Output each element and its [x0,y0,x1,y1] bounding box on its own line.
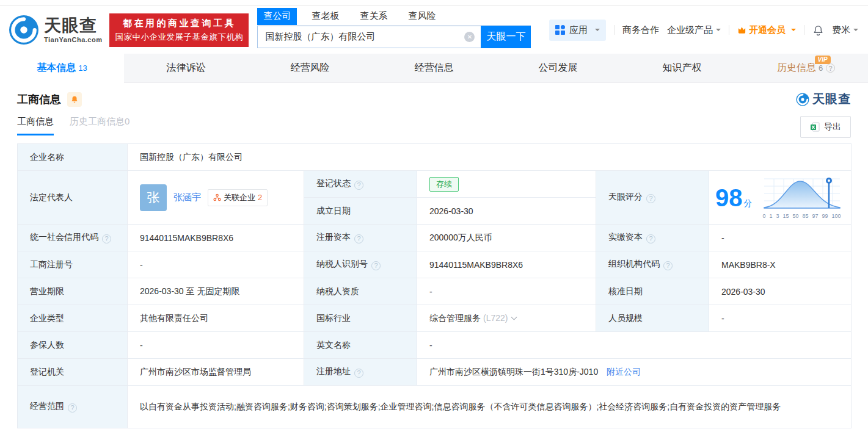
open-vip-label: 开通会员 [749,24,786,36]
term-label: 营业期限 [18,278,128,305]
nav-divider [614,25,615,35]
registry-value: 广州市南沙区市场监督管理局 [128,359,304,386]
company-name-label: 企业名称 [18,144,128,171]
establish-date-value: 2026-03-30 [417,198,596,225]
insured-num-value: - [128,332,304,359]
reg-status-label: 登记状态 [304,171,417,198]
help-icon[interactable] [646,234,655,243]
tab-company-development[interactable]: 公司发展 [496,54,620,82]
tab-label: 经营信息 [415,62,454,74]
approve-date-value: 2026-03-30 [709,278,852,305]
legal-rep-avatar[interactable]: 张 [140,184,167,211]
table-row: 企业名称 国新控股（广东）有限公司 [18,144,852,171]
staff-size-label: 人员规模 [596,305,709,332]
table-row: 企业类型 其他有限责任公司 国标行业 综合管理服务(L722) 人员规模 - [18,305,852,332]
apps-grid-icon [555,25,565,35]
excel-icon [810,122,820,132]
legal-rep-link[interactable]: 张涵宇 [173,192,201,203]
registration-info-table: 企业名称 国新控股（广东）有限公司 法定代表人 张 张涵宇 关联企业 2 登记状… [17,143,852,428]
score-distribution-chart: 0131550859799100 [762,176,842,219]
search-tab-boss[interactable]: 查老板 [305,8,345,25]
search-tab-relation[interactable]: 查关系 [354,8,393,25]
reg-capital-value: 200000万人民币 [417,225,596,251]
registry-label: 登记机关 [18,359,128,386]
tab-label: 公司发展 [539,62,578,74]
tab-basic-info[interactable]: 基本信息 13 [0,54,124,83]
address-text: 广州市南沙区横沥镇明珠一街1号310房-J010 [429,367,598,377]
search-tab-company[interactable]: 查公司 [257,8,297,25]
open-vip-link[interactable]: 开通会员 [737,24,796,36]
user-menu[interactable]: 费米 [832,24,858,36]
related-companies-badge[interactable]: 关联企业 2 [208,189,268,206]
search-button[interactable]: 天眼一下 [481,26,531,48]
top-divider [0,0,868,6]
tab-count: 13 [78,63,87,73]
logo-text: 天眼查 TianYanCha.com [44,17,102,43]
help-icon[interactable] [354,181,363,190]
org-code-value: MAKB9BR8-X [709,251,852,278]
reg-status-value: 存续 [417,171,596,198]
label-text: 实缴资本 [608,232,643,242]
tianyancha-swirl-icon [9,15,39,45]
taxpayer-quality-value: - [417,278,596,305]
subtab-history-registration[interactable]: 历史工商信息0 [70,116,129,135]
search-input[interactable] [257,26,481,48]
nearby-companies-link[interactable]: 附近公司 [607,367,641,377]
export-label: 导出 [824,121,841,132]
tab-operating-risk[interactable]: 经营风险 [248,54,372,82]
label-text: 注册资本 [316,232,351,242]
org-network-icon [213,193,221,201]
subtabs: 工商信息 历史工商信息0 [17,116,129,135]
help-icon[interactable] [68,403,77,413]
legal-rep-cell: 张 张涵宇 关联企业 2 [128,171,304,225]
company-type-label: 企业类型 [18,305,128,332]
search-row: 天眼一下 [257,26,531,48]
export-button[interactable]: 导出 [800,116,851,138]
industry-label: 国标行业 [304,305,417,332]
tab-label: 法律诉讼 [167,62,206,74]
tab-label: 经营风险 [291,62,330,74]
table-row: 营业期限 2026-03-30 至 无固定期限 纳税人资质 - 核准日期 202… [18,278,852,305]
taxpayer-quality-label: 纳税人资质 [304,278,417,305]
table-row: 经营范围 以自有资金从事投资活动;融资咨询服务;财务咨询;咨询策划服务;企业管理… [18,386,852,428]
tianyancha-logo[interactable]: 天眼查 TianYanCha.com [9,15,102,45]
subtab-business-registration[interactable]: 工商信息 [17,116,54,135]
subscribe-bell-icon[interactable] [67,92,82,107]
industry-value: 综合管理服务(L722) [417,305,596,332]
apps-menu[interactable]: 应用 [549,20,606,41]
label-text: 登记状态 [316,178,351,188]
chart-axis: 0131550859799100 [762,213,842,219]
english-name-value: - [417,332,852,359]
tab-history-info[interactable]: VIP 历史信息 6 [744,54,868,82]
nav-divider [729,25,729,35]
nav-cooperation[interactable]: 商务合作 [622,24,659,36]
slogan-line-1: 都在用的商业查询工具 [115,18,243,29]
credit-code-label: 统一社会信用代码 [18,225,128,251]
expand-chevron-icon[interactable] [511,314,517,320]
watermark-brand: 天眼查 [796,91,851,107]
help-icon[interactable] [102,234,111,243]
insured-num-label: 参保人数 [18,332,128,359]
slogan-banner: 都在用的商业查询工具 国家中小企业发展子基金旗下机构 [109,13,249,47]
enterprise-label: 企业级产品 [667,24,713,36]
notifications-bell-icon[interactable] [812,24,824,36]
paid-capital-label: 实缴资本 [596,225,709,251]
crown-icon [737,26,746,35]
help-icon[interactable] [354,234,363,243]
help-icon[interactable] [826,63,835,73]
tab-intellectual-property[interactable]: 知识产权 [620,54,744,82]
help-icon[interactable] [646,194,655,203]
help-icon[interactable] [354,369,363,378]
nav-enterprise[interactable]: 企业级产品 [667,24,721,36]
section-header: 工商信息 天眼查 [0,83,868,107]
search-box: 查公司 查老板 查关系 查风险 天眼一下 [257,8,531,48]
search-tabs: 查公司 查老板 查关系 查风险 [257,8,531,26]
tab-business-info[interactable]: 经营信息 [372,54,496,82]
tab-legal-proceedings[interactable]: 法律诉讼 [124,54,248,82]
help-icon[interactable] [371,261,381,270]
tab-count: 6 [819,63,823,73]
chevron-down-icon [716,29,721,34]
approve-date-label: 核准日期 [596,278,709,305]
help-icon[interactable] [663,261,673,270]
search-tab-risk[interactable]: 查风险 [402,8,442,25]
